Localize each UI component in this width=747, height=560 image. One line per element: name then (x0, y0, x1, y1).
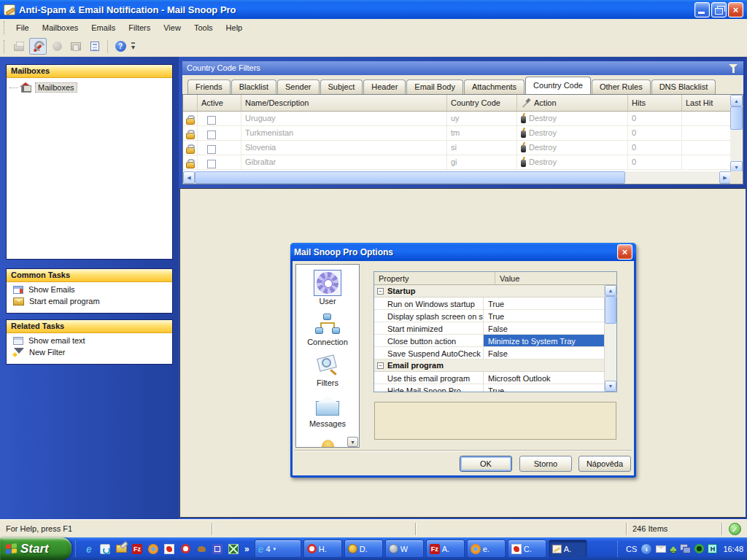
menu-filters[interactable]: Filters (122, 19, 157, 36)
category-label[interactable]: Connection (307, 338, 348, 346)
tab-email-body[interactable]: Email Body (406, 79, 463, 94)
fullscreen-icon[interactable] (212, 543, 223, 555)
scroll-up-button[interactable]: ▲ (730, 95, 743, 106)
tray-clock[interactable]: 16:48 (723, 545, 743, 553)
menu-tools[interactable]: Tools (187, 19, 220, 36)
property-row[interactable]: Hide Mail Snoop Pro True (374, 384, 604, 392)
row-active-checkbox[interactable] (207, 116, 216, 125)
menu-mailboxes[interactable]: Mailboxes (36, 19, 85, 36)
task-label[interactable]: Show email text (28, 336, 85, 345)
log-button[interactable] (86, 38, 104, 55)
minimize-button[interactable] (694, 2, 710, 18)
category-filters[interactable]: Filters (296, 351, 359, 387)
ok-button[interactable]: OK (460, 456, 512, 472)
menu-help[interactable]: Help (220, 19, 249, 36)
property-row[interactable]: Run on Windows startup True (374, 298, 604, 310)
task-label[interactable]: New Filter (29, 348, 66, 357)
language-indicator[interactable]: CS (626, 545, 637, 553)
property-row[interactable]: Display splash screen on st... True (374, 310, 604, 322)
tab-other-rules[interactable]: Other Rules (592, 79, 651, 94)
action-column-header[interactable]: Action (517, 95, 628, 111)
table-row[interactable]: Uruguay uy Destroy 0 (183, 112, 730, 126)
mailboxes-tree-label[interactable]: Mailboxes (35, 82, 77, 93)
home-button[interactable] (67, 38, 85, 55)
tab-friends[interactable]: Friends (187, 79, 231, 94)
property-column-header[interactable]: Property (374, 272, 495, 284)
active-column-header[interactable]: Active (198, 95, 241, 111)
grid-scroll-thumb[interactable] (605, 296, 616, 324)
restore-button[interactable] (711, 2, 727, 18)
task-start-email-program[interactable]: Start email program (7, 294, 172, 306)
taskbar-button-web[interactable]: W (385, 540, 424, 558)
task-new-filter[interactable]: New Filter (7, 345, 172, 357)
category-user[interactable]: User (296, 270, 359, 306)
property-row-selected[interactable]: Close button action Minimize to System T… (374, 335, 604, 347)
menu-view[interactable]: View (157, 19, 187, 36)
category-label[interactable]: User (319, 297, 336, 306)
horizontal-scroll-thumb[interactable] (195, 171, 625, 184)
table-row[interactable]: Slovenia si Destroy 0 (183, 141, 730, 155)
tray-mail-icon[interactable] (656, 545, 666, 553)
lock-column-header[interactable] (183, 95, 198, 111)
mailboxes-tree-item[interactable]: Mailboxes (7, 78, 172, 93)
filezilla-icon[interactable]: Fz (131, 543, 143, 555)
property-row[interactable]: Start minimized False (374, 322, 604, 335)
task-label[interactable]: Start email program (29, 297, 100, 306)
tray-h-icon[interactable]: H (708, 544, 717, 553)
task-label[interactable]: Show Emails (28, 285, 75, 294)
name-column-header[interactable]: Name/Description (241, 95, 447, 111)
value-column-header[interactable]: Value (495, 272, 616, 284)
grid-scroll-down-button[interactable]: ▼ (605, 381, 616, 392)
paint-splat-icon[interactable] (163, 543, 175, 555)
taskbar-button-c[interactable]: C. (508, 540, 546, 558)
windows-update-icon[interactable] (99, 543, 111, 555)
menu-emails[interactable]: Emails (85, 19, 122, 36)
horizontal-scrollbar[interactable]: ◀ ▶ (183, 171, 731, 184)
ie-icon[interactable]: e (83, 543, 95, 555)
collapse-icon[interactable]: − (377, 362, 384, 369)
property-row[interactable]: Use this email program Microsoft Outlook (374, 372, 604, 384)
scroll-right-button[interactable]: ▶ (719, 171, 731, 184)
tray-collapse-button[interactable]: ‹ (640, 543, 652, 555)
row-active-checkbox[interactable] (207, 131, 216, 139)
start-button[interactable]: Start (0, 537, 71, 560)
table-row[interactable]: Turkmenistan tm Destroy 0 (183, 126, 730, 141)
task-show-emails[interactable]: Show Emails (7, 282, 172, 294)
tab-sender[interactable]: Sender (277, 79, 319, 94)
group-startup[interactable]: − Startup (374, 285, 604, 298)
email-compose-icon[interactable] (115, 543, 127, 555)
taskbar-button-clock-app[interactable]: D. (344, 540, 383, 558)
tab-country-code[interactable]: Country Code (525, 77, 591, 94)
taskbar-button-filezilla[interactable]: Fz A. (426, 540, 465, 558)
dialog-close-button[interactable]: × (617, 244, 632, 260)
tab-subject[interactable]: Subject (320, 79, 363, 94)
table-row[interactable]: Gibraltar gi Destroy 0 (183, 155, 730, 170)
taskbar-button-mail-snoop-active[interactable]: A. (549, 540, 587, 558)
row-active-checkbox[interactable] (207, 160, 216, 168)
tab-dns-blacklist[interactable]: DNS Blacklist (651, 79, 716, 94)
category-label[interactable]: Messages (309, 419, 346, 428)
check-button[interactable] (48, 38, 66, 55)
scroll-left-button[interactable]: ◀ (183, 171, 195, 184)
help-button[interactable]: Nápověda (578, 456, 631, 472)
opera-icon[interactable] (179, 543, 191, 555)
filter-icon[interactable] (729, 64, 739, 74)
taskbar-button-e[interactable]: e. (467, 540, 506, 558)
vertical-scrollbar[interactable]: ▲ ▼ (730, 95, 743, 173)
sun-globe-icon[interactable] (147, 543, 159, 555)
tray-clover-icon[interactable]: ♣ (670, 544, 676, 554)
toolbar-overflow-button[interactable]: ▾ (131, 42, 135, 50)
category-connection[interactable]: Connection (296, 311, 359, 346)
green-grid-icon[interactable] (228, 543, 239, 555)
grid-scroll-up-button[interactable]: ▲ (605, 285, 616, 296)
tab-header[interactable]: Header (363, 79, 406, 94)
last-hit-column-header[interactable]: Last Hit (682, 95, 730, 111)
hits-column-header[interactable]: Hits (628, 95, 682, 111)
quick-launch-overflow-chevron[interactable]: » (244, 544, 249, 554)
tab-attachments[interactable]: Attachments (464, 79, 525, 94)
code-column-header[interactable]: Country Code (447, 95, 517, 111)
tray-network-icon[interactable] (680, 544, 691, 553)
tab-blacklist[interactable]: Blacklist (231, 79, 276, 94)
help-button[interactable]: ? (112, 38, 129, 55)
vertical-scroll-thumb[interactable] (730, 106, 743, 130)
